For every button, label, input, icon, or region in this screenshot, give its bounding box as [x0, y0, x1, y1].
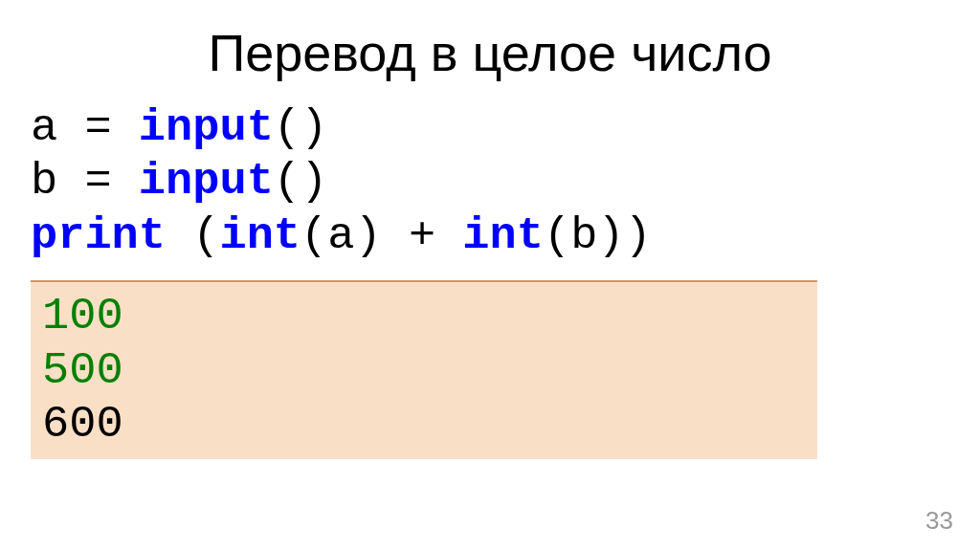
code-text: (): [274, 156, 327, 207]
output-box: 100 500 600: [31, 280, 817, 459]
code-text: a =: [31, 102, 139, 153]
code-text: (): [274, 102, 327, 153]
code-keyword: input: [139, 156, 274, 207]
code-line-3: print (int(a) + int(b)): [31, 209, 949, 263]
code-text: (b)): [544, 210, 652, 261]
output-line-2: 500: [42, 344, 806, 398]
code-keyword: int: [219, 210, 301, 261]
code-keyword: print: [31, 210, 166, 261]
code-text: b =: [31, 156, 139, 207]
output-line-1: 100: [42, 290, 806, 343]
slide-title: Перевод в целое число: [0, 0, 980, 101]
code-block: a = input() b = input() print (int(a) + …: [0, 101, 980, 263]
code-text: (: [166, 210, 219, 261]
output-line-3: 600: [42, 398, 806, 451]
code-text: (a) +: [301, 210, 462, 261]
code-line-2: b = input(): [31, 155, 949, 209]
code-keyword: input: [139, 102, 274, 153]
code-keyword: int: [462, 210, 544, 261]
code-line-1: a = input(): [31, 101, 949, 155]
page-number: 33: [925, 506, 953, 536]
